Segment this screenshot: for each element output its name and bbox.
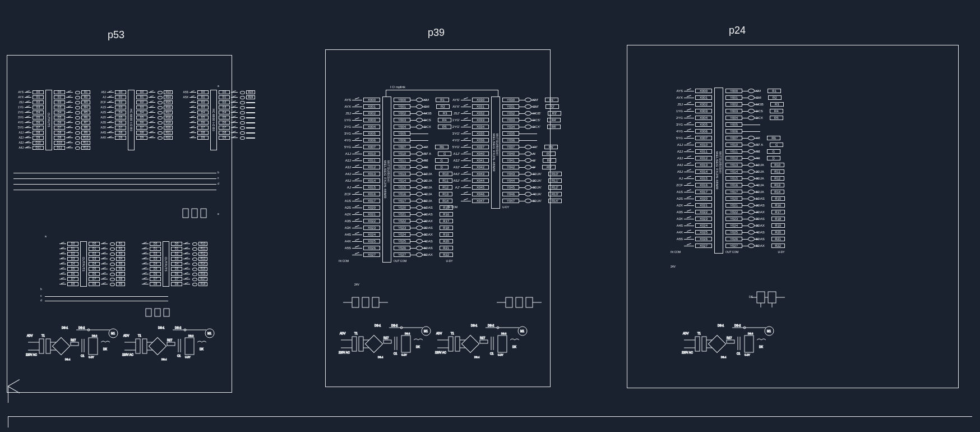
svg-rect-112 — [695, 337, 700, 351]
svg-text:DX: DX — [103, 347, 108, 351]
plc-output-row: Y037YX'R6' — [502, 144, 562, 150]
svg-text:DS-3: DS-3 — [188, 334, 194, 337]
plc-input-row: 1YG'X033 — [447, 117, 489, 123]
plc-output-row: Y0201DASR15 — [725, 195, 785, 202]
sheet-label-p24: p24 — [729, 25, 746, 36]
plc-output-row: Y006 — [725, 128, 785, 135]
plc-input-row: A3JX012 — [339, 164, 380, 171]
io-card: A5SD0A5XD1D2D3D4D5D6D7D8D9HC 6800 I-O B0… — [181, 90, 255, 150]
svg-text:ADV: ADV — [683, 332, 689, 335]
plc-output-row: Y034DCX'R5' — [502, 123, 562, 130]
plc-output-row: Y0254DASR20 — [725, 229, 785, 236]
plc-input-row: 3YGX005 — [671, 121, 712, 128]
p53-bus-lbl-d: d — [218, 182, 219, 185]
plc-output-row: Y0201DASR15 — [394, 204, 453, 211]
svg-text:DS-1: DS-1 — [158, 326, 165, 329]
plc-input-row: JSJX002 — [671, 101, 712, 108]
plc-input-row: JSJX002 — [339, 110, 380, 117]
plc-output-row: Y0265DASR21 — [725, 236, 785, 242]
svg-text:M1: M1 — [111, 332, 115, 335]
svg-rect-85 — [449, 337, 453, 351]
plc-input-row: AYS'X030 — [447, 96, 489, 103]
svg-rect-58 — [352, 337, 357, 351]
svg-rect-42 — [185, 338, 194, 355]
svg-text:R27: R27 — [480, 336, 485, 339]
plc-output-row: Y030KM'R1' — [502, 96, 562, 103]
plc-output-row: Y0431DJA'R10' — [502, 171, 562, 177]
p53-bus-lbl-a: a — [218, 84, 219, 88]
svg-rect-149 — [526, 297, 533, 307]
svg-rect-91 — [480, 340, 488, 343]
plc-output-row: Y0222DAXR17 — [394, 218, 453, 224]
baseline — [8, 416, 972, 417]
svg-rect-59 — [359, 337, 363, 351]
p53-bbus-lbl-d: d — [40, 298, 42, 302]
svg-text:DS-2: DS-2 — [78, 326, 85, 329]
svg-text:DS-4: DS-4 — [474, 356, 480, 359]
plc-output-row: Y0275DAXR22 — [394, 251, 453, 258]
p39-link-bus-top — [386, 90, 498, 90]
cad-canvas[interactable]: p53 p39 p24 AYSX000AYXX001JSJX0021YGX003… — [0, 0, 980, 432]
plc-output-row: Y0265DASR21 — [394, 245, 453, 251]
p53-bus-2 — [13, 178, 216, 179]
p39-24v-label: 24V — [354, 283, 359, 286]
svg-text:DX: DX — [759, 345, 764, 348]
sheet-label-p53: p53 — [108, 29, 124, 41]
svg-text:DS-1: DS-1 — [62, 326, 68, 329]
svg-rect-155 — [146, 309, 151, 316]
p24-24v-label: 24V — [671, 265, 676, 268]
svg-rect-69 — [401, 336, 410, 352]
p24-ds-box — [751, 286, 796, 309]
svg-rect-135 — [757, 292, 765, 303]
plc-p39-left: AYSX000AYXX001JSJX0021YGX0032YGX0043YGX0… — [339, 96, 453, 263]
p39-link-busv-r — [498, 90, 498, 96]
svg-text:DS-2: DS-2 — [488, 324, 494, 327]
svg-rect-7 — [52, 337, 70, 355]
svg-text:DS-4: DS-4 — [161, 358, 167, 361]
svg-text:DS-3: DS-3 — [92, 334, 98, 337]
plc-input-row: A2XX021 — [339, 211, 380, 218]
plc-output-row: Y033DCS'R4' — [502, 117, 562, 123]
svg-rect-157 — [164, 309, 169, 316]
svg-text:220V  AC: 220V AC — [122, 353, 133, 356]
svg-rect-86 — [455, 337, 460, 351]
p53-bus-3 — [13, 184, 216, 185]
p53-bus-4 — [13, 190, 216, 190]
plc-output-row: Y011R8G — [394, 157, 453, 164]
plc-input-row: A4SX024 — [339, 231, 380, 238]
svg-text:C1: C1 — [490, 352, 494, 355]
svg-text:M1: M1 — [424, 329, 428, 333]
plc-output-row: Y0254DASR20 — [394, 238, 453, 245]
plc-output-row: Y0153DJAR12 — [394, 184, 453, 191]
plc-input-row: 5YG'X037 — [447, 144, 489, 150]
svg-rect-154 — [201, 209, 206, 218]
plc-footer: U-DY — [502, 205, 562, 209]
svg-rect-96 — [498, 336, 507, 352]
svg-text:DS-2: DS-2 — [175, 326, 182, 329]
p53-ds-box-bot — [140, 306, 179, 321]
p39-link-label: I O mplink — [390, 85, 405, 89]
plc-output-row: Y035 — [502, 130, 562, 137]
sub-schematic-4: ADV220V AC T1 R27 C1 U-DY DX DS-2 M1 DS-… — [682, 323, 777, 362]
plc-input-row: X027 — [671, 242, 712, 249]
svg-rect-118 — [727, 340, 734, 343]
p53-bbus-lbl-a: a — [45, 235, 47, 238]
plc-input-row: 4YG'X036 — [447, 137, 489, 144]
plc-input-row: 3YGX005 — [339, 130, 380, 137]
svg-text:C1: C1 — [81, 354, 85, 357]
plc-output-row: Y0131DJAR10 — [394, 171, 453, 177]
plc-input-row: A2JX011 — [339, 157, 380, 164]
plc-output-row: Y0222DAXR17 — [725, 209, 785, 215]
plc-input-row: A5SX026 — [671, 236, 712, 242]
plc-output-row: Y001GMR2 — [725, 94, 785, 101]
svg-text:DS-3: DS-3 — [748, 332, 754, 335]
plc-input-row: A3XX023 — [671, 215, 712, 222]
p53-bbus-lbl-c: c — [40, 294, 42, 297]
svg-text:DS-2: DS-2 — [391, 324, 398, 327]
svg-text:C1: C1 — [737, 352, 741, 355]
svg-rect-5 — [46, 339, 50, 353]
plc-input-row: X047 — [447, 197, 489, 204]
svg-rect-64 — [383, 340, 391, 343]
plc-footer: IN COM — [671, 250, 712, 254]
svg-text:M1: M1 — [207, 332, 211, 335]
